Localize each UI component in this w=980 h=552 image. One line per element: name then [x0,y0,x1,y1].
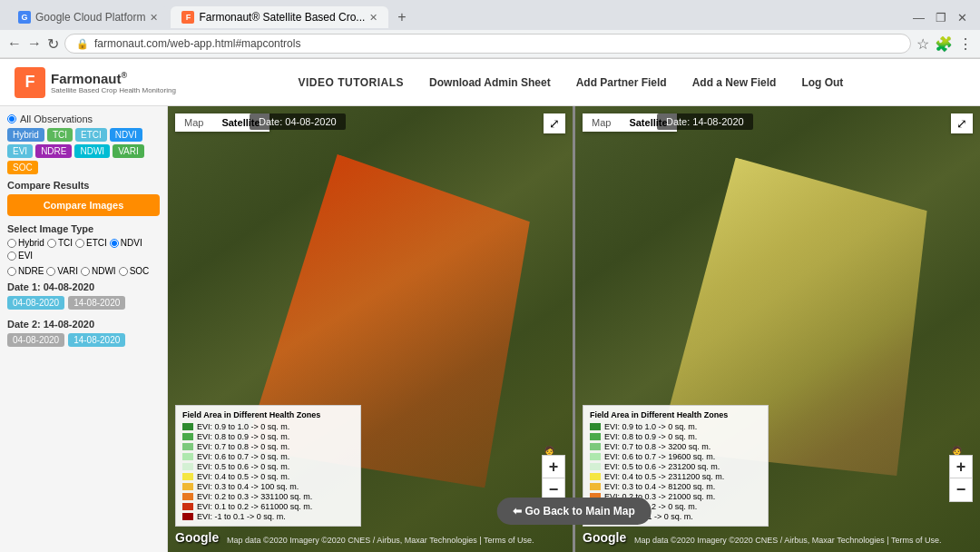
chip-ndvi[interactable]: NDVI [110,128,142,142]
img-type-ndwi-text: NDWI [92,266,116,276]
chip-etci[interactable]: ETCI [75,128,107,142]
legend-left-row-2: EVI: 0.7 to 0.8 -> 0 sq. m. [182,442,354,451]
legend-left-text-4: EVI: 0.5 to 0.6 -> 0 sq. m. [197,462,289,471]
image-type-row2: EVI [7,251,160,261]
legend-left-text-6: EVI: 0.3 to 0.4 -> 100 sq. m. [197,482,299,491]
browser-tab-2[interactable]: F Farmonaut® Satellite Based Cro... ✕ [171,6,388,28]
restore-button[interactable]: ❐ [930,9,952,26]
logo-subtitle: Satellite Based Crop Health Monitoring [51,86,176,94]
map-right-fullscreen-button[interactable]: ⤢ [951,113,973,133]
date2-chip2[interactable]: 14-08-2020 [68,333,125,347]
app-container: G Google Cloud Platform ✕ F Farmonaut® S… [0,0,980,552]
date2-label: Date 2: 14-08-2020 [7,319,160,330]
chip-tci[interactable]: TCI [47,128,73,142]
chip-evi[interactable]: EVI [7,144,33,158]
nav-video-tutorials[interactable]: VIDEO TUTORIALS [298,76,404,89]
tab2-favicon: F [181,11,194,24]
legend-right-color-4 [590,463,601,470]
tab1-title: Google Cloud Platform [35,11,145,24]
close-button[interactable]: ✕ [952,9,973,26]
map-left-legend-rows: EVI: 0.9 to 1.0 -> 0 sq. m. EVI: 0.8 to … [182,422,354,521]
chip-vari[interactable]: VARI [113,144,144,158]
img-type-soc-radio[interactable] [119,267,128,276]
lock-icon: 🔒 [76,38,89,50]
tab1-favicon: G [18,11,31,24]
tab2-close[interactable]: ✕ [369,12,377,24]
logo-name: Farmonaut® [51,71,176,86]
tab1-close[interactable]: ✕ [150,12,158,24]
img-type-ndre-radio[interactable] [7,267,16,276]
legend-left-row-6: EVI: 0.3 to 0.4 -> 100 sq. m. [182,482,354,491]
main-content: All Observations Hybrid TCI ETCI NDVI EV… [0,106,980,552]
nav-menu: VIDEO TUTORIALS Download Admin Sheet Add… [176,76,965,89]
img-type-vari-text: VARI [57,266,78,276]
date1-label: Date 1: 04-08-2020 [7,281,160,292]
date2-chip1[interactable]: 04-08-2020 [7,333,64,347]
nav-log-out[interactable]: Log Out [801,76,843,89]
map-right-zoom-out[interactable]: − [949,478,973,502]
img-type-evi-radio[interactable] [7,251,16,261]
new-tab-button[interactable]: + [388,5,415,30]
legend-left-row-4: EVI: 0.5 to 0.6 -> 0 sq. m. [182,462,354,471]
map-left: Map Satellite Date: 04-08-2020 ⤢ 🧍 + − F… [168,106,573,552]
address-bar[interactable]: 🔒 farmonaut.com/web-app.html#mapcontrols [64,34,911,54]
img-type-hybrid-radio[interactable] [7,239,16,248]
legend-left-text-7: EVI: 0.2 to 0.3 -> 331100 sq. m. [197,492,312,501]
logo-icon: F [15,67,45,98]
legend-left-row-7: EVI: 0.2 to 0.3 -> 331100 sq. m. [182,492,354,501]
img-type-evi-label: EVI [7,251,33,261]
sidebar: All Observations Hybrid TCI ETCI NDVI EV… [0,106,168,552]
go-back-button[interactable]: ⬅ Go Back to Main Map [496,498,652,525]
chip-soc[interactable]: SOC [7,161,38,174]
map-right-zoom-in[interactable]: + [949,455,973,478]
img-type-tci-label: TCI [47,238,73,248]
bookmark-icon[interactable]: ☆ [916,35,929,53]
img-type-etci-radio[interactable] [75,239,84,248]
map-left-toggle-map[interactable]: Map [175,113,212,132]
map-right-toggle-map[interactable]: Map [583,113,620,132]
img-type-ndre-text: NDRE [18,266,44,276]
map-left-attribution: Map data ©2020 Imagery ©2020 CNES / Airb… [227,536,573,545]
logo-text: Farmonaut® Satellite Based Crop Health M… [51,71,176,94]
observation-chips: Hybrid TCI ETCI NDVI EVI NDRE NDWI VARI … [7,128,160,174]
chip-ndre[interactable]: NDRE [35,144,72,158]
legend-right-text-0: EVI: 0.9 to 1.0 -> 0 sq. m. [604,422,697,431]
img-type-etci-text: ETCI [86,238,107,248]
img-type-tci-text: TCI [58,238,73,248]
legend-left-color-8 [182,503,193,510]
nav-add-field[interactable]: Add a New Field [692,76,777,89]
compare-results-label: Compare Results [7,180,160,191]
img-type-ndwi-radio[interactable] [81,267,90,276]
image-type-row3: NDRE VARI NDWI SOC [7,266,160,276]
map-left-fullscreen-button[interactable]: ⤢ [544,113,565,133]
legend-right-color-6 [590,483,601,490]
minimize-button[interactable]: — [907,9,930,26]
legend-right-row-4: EVI: 0.5 to 0.6 -> 231200 sq. m. [590,462,761,471]
all-observations-radio[interactable] [7,114,16,123]
img-type-ndvi-radio[interactable] [110,239,119,248]
nav-download-admin[interactable]: Download Admin Sheet [429,76,551,89]
legend-right-text-6: EVI: 0.3 to 0.4 -> 81200 sq. m. [604,482,715,491]
date1-chip1[interactable]: 04-08-2020 [7,296,64,310]
img-type-vari-radio[interactable] [46,267,55,276]
img-type-ndvi-label: NDVI [110,238,142,248]
browser-tab-1[interactable]: G Google Cloud Platform ✕ [7,6,169,28]
browser-chrome: G Google Cloud Platform ✕ F Farmonaut® S… [0,0,980,59]
all-observations-label: All Observations [20,113,93,124]
map-left-zoom-in[interactable]: + [542,455,565,478]
chip-hybrid[interactable]: Hybrid [7,128,44,142]
nav-add-partner[interactable]: Add Partner Field [576,76,667,89]
date1-chip2[interactable]: 14-08-2020 [68,296,125,310]
chip-ndwi[interactable]: NDWI [74,144,110,158]
url-text: farmonaut.com/web-app.html#mapcontrols [94,37,300,50]
img-type-hybrid-label: Hybrid [7,238,44,248]
img-type-tci-radio[interactable] [47,239,56,248]
back-button[interactable]: ← [7,35,22,52]
forward-button[interactable]: → [27,35,42,52]
menu-icon[interactable]: ⋮ [958,35,973,53]
refresh-button[interactable]: ↻ [47,35,59,53]
legend-right-row-5: EVI: 0.4 to 0.5 -> 2311200 sq. m. [590,472,761,481]
compare-images-button[interactable]: Compare Images [7,194,160,216]
img-type-soc-text: SOC [130,266,150,276]
extensions-icon[interactable]: 🧩 [935,35,953,53]
